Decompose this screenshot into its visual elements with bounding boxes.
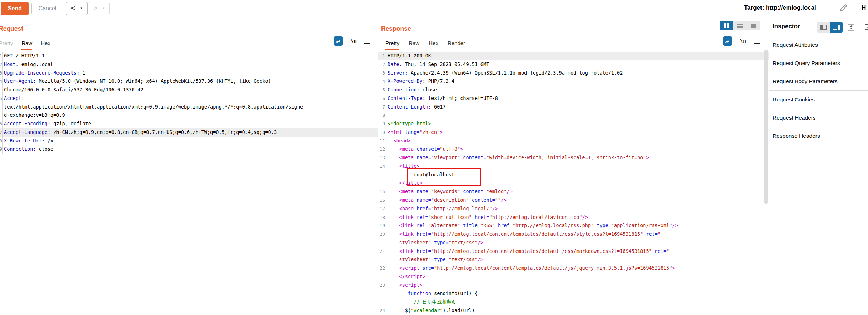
inspector-section[interactable]: Request Headers [769, 109, 868, 127]
editor-menu-icon[interactable] [754, 39, 760, 44]
show-newlines-toggle-icon[interactable]: \n [740, 38, 746, 44]
code-line[interactable]: 5Connection: close [378, 86, 769, 94]
edit-target-pencil-icon[interactable] [839, 3, 848, 14]
code-line[interactable]: 8 [378, 111, 769, 120]
code-text: // 日历生成和翻页 [386, 298, 456, 306]
code-line[interactable]: 3Upgrade-Insecure-Requests: 1 [0, 69, 378, 78]
code-line[interactable]: 12 <meta charset="utf-8"> [378, 145, 769, 154]
code-line[interactable]: 6Accept-Encoding: gzip, deflate [0, 120, 378, 128]
code-line[interactable]: 9<!doctype html> [378, 120, 769, 128]
code-line[interactable]: 18 <link rel="shortcut icon" href="http:… [378, 213, 769, 222]
code-line[interactable]: 22 <script src="http://emlog.local/conte… [378, 264, 769, 272]
code-line[interactable]: d-exchange;v=b3;q=0.9 [0, 111, 378, 120]
code-line[interactable]: 3Server: Apache/2.4.39 (Win64) OpenSSL/1… [378, 69, 769, 78]
line-number: 1 [378, 52, 386, 60]
code-line[interactable]: 4User-Agent: Mozilla/5.0 (Windows NT 10.… [0, 77, 378, 86]
code-line[interactable]: text/html,application/xhtml+xml,applicat… [0, 103, 378, 111]
editor-menu-icon[interactable] [364, 39, 370, 44]
code-line[interactable]: 9Connection: close [0, 145, 378, 154]
word-wrap-toggle-icon[interactable] [334, 36, 343, 46]
response-tab-render[interactable]: Render [448, 40, 465, 50]
code-line[interactable]: 7Content-Length: 6017 [378, 103, 769, 111]
code-line[interactable]: 20 <link href="http://emlog.local/conten… [378, 230, 769, 239]
code-line[interactable]: </title> [378, 179, 769, 188]
inspector-section[interactable]: Request Attributes [769, 36, 868, 54]
code-line[interactable]: 13 <meta name="viewport" content="width=… [378, 154, 769, 162]
code-line[interactable]: 6Content-Type: text/html; charset=UTF-8 [378, 94, 769, 103]
layout-single-button[interactable] [747, 21, 760, 30]
line-number: 1 [0, 52, 3, 60]
code-text: <link rel="alternate" title="RSS" href="… [386, 221, 678, 230]
cancel-button[interactable]: Cancel [31, 2, 63, 14]
code-line[interactable]: 21 <link href="http://emlog.local/conten… [378, 247, 769, 256]
inspector-section[interactable]: Request Body Parameters [769, 72, 868, 90]
back-dropdown-caret-icon[interactable]: ▼ [78, 7, 85, 10]
code-text: Server: Apache/2.4.39 (Win64) OpenSSL/1.… [386, 69, 623, 78]
code-line[interactable]: stylesheet" type="text/css"/> [378, 239, 769, 247]
forward-dropdown-caret-icon[interactable]: ▼ [100, 7, 107, 10]
code-line[interactable]: 1GET / HTTP/1.1 [0, 52, 378, 60]
line-number: 6 [378, 94, 386, 103]
response-tab-hex[interactable]: Hex [429, 40, 438, 50]
code-line[interactable]: 19 <link rel="alternate" title="RSS" hre… [378, 221, 769, 230]
request-tab-hex[interactable]: Hex [41, 40, 50, 50]
code-line[interactable]: 10<html lang="zh-cn"> [378, 128, 769, 137]
inspector-dock-right-button[interactable] [830, 22, 843, 32]
code-line[interactable]: function sendinfo(url) { [378, 289, 769, 298]
code-text: HTTP/1.1 200 OK [386, 52, 431, 60]
line-number: 17 [378, 205, 386, 213]
layout-columns-button[interactable] [720, 21, 733, 30]
show-newlines-toggle-icon[interactable]: \n [350, 38, 357, 44]
line-number: 21 [378, 247, 386, 256]
line-number: 3 [378, 69, 386, 78]
code-line[interactable]: 17 <base href="http://emlog.local/"/> [378, 205, 769, 213]
request-tab-pretty[interactable]: Pretty [0, 40, 13, 50]
code-text: <html lang="zh-cn"> [386, 128, 443, 137]
request-tab-raw[interactable]: Raw [21, 40, 32, 50]
code-line[interactable]: root@localhost [378, 171, 769, 179]
code-line[interactable]: 16 <meta name="description" content=""/> [378, 196, 769, 205]
code-line[interactable]: 2Date: Thu, 14 Sep 2023 05:49:51 GMT [378, 60, 769, 69]
code-line[interactable]: Chrome/106.0.0.0 Safari/537.36 Edg/106.0… [0, 86, 378, 94]
history-back-button[interactable]: < ▼ [66, 2, 88, 15]
code-line[interactable]: stylesheet" type="text/css"/> [378, 255, 769, 264]
response-tab-pretty[interactable]: Pretty [385, 40, 399, 50]
code-text: <head> [386, 137, 411, 145]
code-text: <script> [386, 281, 423, 290]
code-line[interactable]: 7Accept-Language: zh-CN,zh;q=0.9,en;q=0.… [0, 128, 378, 137]
code-line[interactable]: 11 <head> [378, 137, 769, 145]
code-line[interactable]: 24 $("#calendar").load(url) [378, 306, 769, 315]
line-number: 10 [378, 128, 386, 137]
code-line[interactable]: </script> [378, 272, 769, 281]
inspector-section[interactable]: Request Cookies [769, 90, 868, 109]
response-scrollbar-thumb[interactable] [764, 50, 768, 204]
inspector-section[interactable]: Request Query Parameters [769, 54, 868, 72]
expand-collapse-all-icon[interactable] [847, 23, 855, 32]
line-number [0, 111, 3, 120]
layout-rows-button[interactable] [733, 21, 747, 30]
send-button[interactable]: Send [1, 2, 29, 15]
inspector-section[interactable]: Response Headers [769, 127, 868, 145]
code-line[interactable]: 1HTTP/1.1 200 OK [378, 52, 769, 60]
clipped-header-icon[interactable] [864, 23, 868, 32]
code-line[interactable]: 8X-Rewrite-Url: /x [0, 137, 378, 145]
response-editor[interactable]: 1HTTP/1.1 200 OK2Date: Thu, 14 Sep 2023 … [378, 49, 769, 315]
code-line[interactable]: 14 <title> [378, 162, 769, 171]
request-editor[interactable]: 1GET / HTTP/1.12Host: emlog.local3Upgrad… [0, 49, 378, 315]
history-forward-button[interactable]: > ▼ [89, 2, 110, 15]
response-tab-raw[interactable]: Raw [409, 40, 419, 50]
word-wrap-toggle-icon[interactable] [723, 36, 732, 46]
code-line[interactable]: // 日历生成和翻页 [378, 298, 769, 306]
line-number: 15 [378, 188, 386, 196]
code-line[interactable]: 23 <script> [378, 281, 769, 290]
code-line[interactable]: 4X-Powered-By: PHP/7.3.4 [378, 77, 769, 86]
inspector-dock-left-button[interactable] [817, 22, 830, 32]
code-text: stylesheet" type="text/css"/> [386, 255, 483, 264]
code-line[interactable]: 15 <meta name="keywords" content="emlog"… [378, 188, 769, 196]
line-number: 7 [378, 103, 386, 111]
code-text: X-Rewrite-Url: /x [3, 137, 53, 145]
code-line[interactable]: 2Host: emlog.local [0, 60, 378, 69]
line-number [378, 272, 386, 281]
code-line[interactable]: 5Accept: [0, 94, 378, 103]
code-text: <link href="http://emlog.local/content/t… [386, 247, 669, 256]
